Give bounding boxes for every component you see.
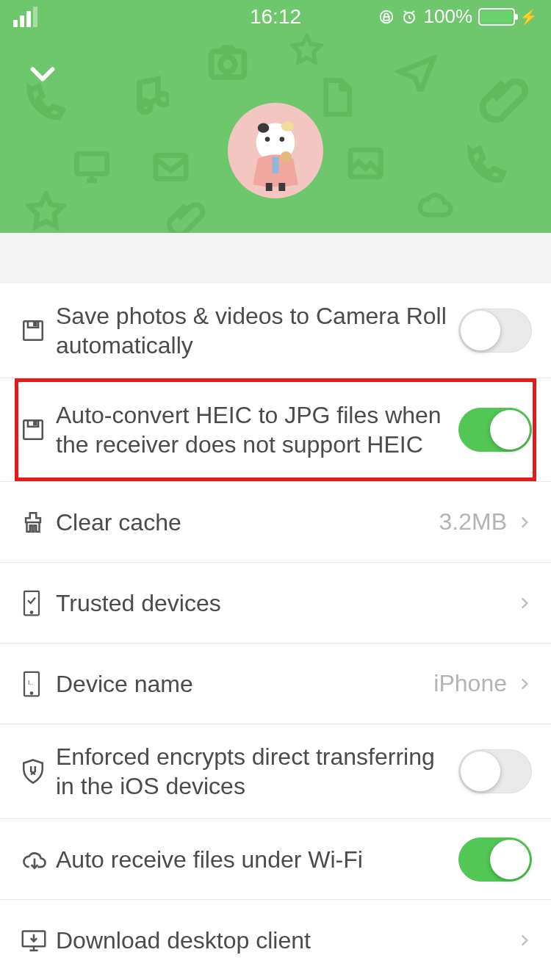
- svg-point-9: [280, 137, 285, 142]
- row-label: Device name: [56, 669, 433, 699]
- brush-icon: [21, 510, 56, 535]
- chevron-down-icon: [26, 57, 60, 90]
- lock-rotation-icon: [378, 9, 395, 25]
- toggle-save-camera-roll[interactable]: [458, 309, 532, 353]
- row-label: Clear cache: [56, 508, 439, 537]
- svg-rect-2: [76, 154, 107, 174]
- svg-point-8: [265, 137, 270, 142]
- doodle-clip2-icon: [165, 198, 206, 233]
- device-name-value: iPhone: [433, 670, 507, 697]
- toggle-enforced-encrypt[interactable]: [458, 749, 532, 793]
- svg-rect-18: [24, 420, 43, 439]
- svg-point-1: [220, 57, 235, 72]
- row-auto-receive-wifi[interactable]: Auto receive files under Wi-Fi: [0, 818, 551, 899]
- chevron-right-icon: [517, 671, 532, 696]
- status-right: 100% ⚡: [378, 5, 539, 28]
- signal-icon: [13, 7, 37, 27]
- settings-list: Save photos & videos to Camera Roll auto…: [0, 284, 551, 980]
- status-left: [13, 7, 37, 27]
- collapse-button[interactable]: [21, 51, 65, 96]
- row-save-camera-roll[interactable]: Save photos & videos to Camera Roll auto…: [0, 284, 551, 378]
- svg-rect-17: [34, 323, 36, 325]
- device-name-icon: I..: [21, 670, 56, 698]
- row-label: Enforced encrypts direct transferring in…: [56, 742, 458, 801]
- svg-text:I..: I..: [28, 679, 33, 686]
- status-bar: 16:12 100% ⚡: [0, 0, 551, 33]
- row-label: Auto-convert HEIC to JPG files when the …: [56, 400, 458, 459]
- charging-icon: ⚡: [519, 8, 538, 26]
- doodle-star2-icon: [26, 191, 66, 231]
- save-icon: [21, 318, 56, 343]
- section-gap: [0, 233, 551, 254]
- doodle-clip-icon: [478, 73, 529, 125]
- doodle-image-icon: [342, 143, 389, 184]
- row-label: Download desktop client: [56, 926, 517, 955]
- row-auto-convert-heic[interactable]: Auto-convert HEIC to JPG files when the …: [0, 378, 551, 481]
- toggle-auto-convert-heic[interactable]: [458, 408, 532, 452]
- doodle-camera-icon: [206, 40, 250, 84]
- device-check-icon: [21, 589, 56, 617]
- alarm-icon: [400, 8, 418, 26]
- avatar[interactable]: [228, 103, 323, 198]
- svg-rect-14: [278, 183, 285, 191]
- doodle-send-icon: [393, 51, 441, 92]
- svg-rect-19: [34, 422, 36, 425]
- svg-point-10: [258, 123, 269, 133]
- svg-rect-13: [266, 183, 273, 191]
- toggle-auto-receive-wifi[interactable]: [458, 837, 532, 882]
- chevron-right-icon: [517, 591, 532, 616]
- row-device-name[interactable]: I.. Device name iPhone: [0, 643, 551, 724]
- doodle-file-icon: [316, 73, 356, 121]
- cloud-download-icon: [21, 848, 56, 871]
- row-clear-cache[interactable]: Clear cache 3.2MB: [0, 481, 551, 562]
- svg-rect-3: [156, 155, 186, 179]
- svg-point-21: [31, 611, 33, 613]
- avatar-image: [235, 110, 316, 191]
- shield-icon: [21, 757, 56, 785]
- row-trusted-devices[interactable]: Trusted devices: [0, 562, 551, 643]
- row-label: Trusted devices: [56, 588, 517, 618]
- chevron-right-icon: [517, 510, 532, 535]
- cache-size-value: 3.2MB: [439, 508, 507, 536]
- monitor-download-icon: [21, 928, 56, 953]
- save-icon: [21, 417, 56, 442]
- row-download-desktop[interactable]: Download desktop client: [0, 899, 551, 980]
- settings-screen: 16:12 100% ⚡: [0, 0, 551, 980]
- doodle-monitor-icon: [66, 147, 118, 187]
- doodle-phone2-icon: [463, 143, 507, 187]
- status-time: 16:12: [250, 5, 301, 29]
- svg-rect-12: [273, 157, 279, 173]
- header-hero: 16:12 100% ⚡: [0, 0, 551, 233]
- doodle-star-icon: [290, 33, 323, 66]
- svg-point-11: [281, 121, 295, 131]
- doodle-cloud-icon: [408, 187, 463, 224]
- chevron-right-icon: [517, 928, 532, 953]
- doodle-music-icon: [125, 73, 169, 118]
- svg-point-15: [281, 151, 292, 162]
- doodle-mail-icon: [147, 147, 195, 187]
- battery-percent: 100%: [424, 5, 473, 28]
- svg-rect-16: [24, 321, 43, 340]
- row-enforced-encrypt[interactable]: Enforced encrypts direct transferring in…: [0, 724, 551, 818]
- svg-point-24: [31, 692, 33, 694]
- row-label: Auto receive files under Wi-Fi: [56, 845, 458, 874]
- battery-icon: ⚡: [478, 8, 538, 26]
- row-label: Save photos & videos to Camera Roll auto…: [56, 301, 458, 360]
